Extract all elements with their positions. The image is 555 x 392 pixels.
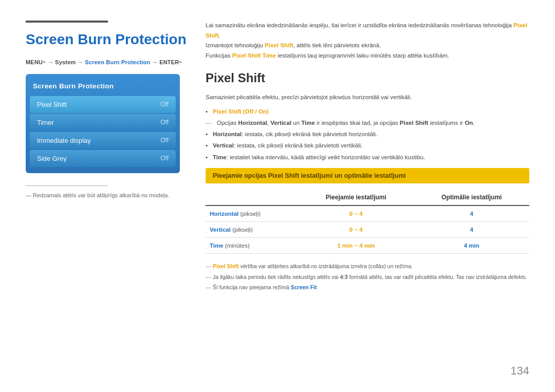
menu-item-label: Immediate display: [37, 137, 91, 144]
yellow-banner: Pieejamie opcijas Pixel Shift iestatījum…: [206, 168, 529, 183]
row-optimal-vertical: 4: [414, 221, 529, 237]
menu-item-immediate-display[interactable]: Immediate display Off: [30, 132, 176, 149]
menu-item-value: Off: [160, 101, 169, 108]
menu-item-label: Pixel Shift: [37, 101, 67, 108]
intro-line-1: Lai samazinātu ekrāna iededzināšanās ies…: [206, 21, 529, 41]
menu-panel: Screen Burn Protection Pixel Shift Off T…: [26, 74, 180, 173]
page-number: 134: [510, 364, 529, 378]
row-available-horizontal: 0 ~ 4: [298, 206, 414, 222]
bottom-notes: Pixel Shift vērtība var atšķirties atkar…: [206, 262, 529, 292]
table-row-time: Time (minūtes) 1 min ~ 4 min 4 min: [206, 237, 529, 253]
menu-panel-title: Screen Burn Protection: [26, 80, 180, 95]
pixel-shift-time-highlight: Pixel Shift Time: [232, 52, 276, 59]
menu-highlight: Screen Burn Protection: [85, 59, 150, 65]
col-header-available: Pieejamie iestatījumi: [298, 191, 414, 206]
bullet-time: Time: iestatiet laika intervālu, kādā at…: [206, 153, 529, 162]
menu-item-pixel-shift[interactable]: Pixel Shift Off: [30, 96, 176, 113]
row-available-time: 1 min ~ 4 min: [298, 237, 414, 253]
row-label-horizontal: Horizontal (pikseļi): [206, 206, 298, 222]
menu-item-side-grey[interactable]: Side Grey Off: [30, 150, 176, 167]
pixel-shift-highlight: Pixel Shift: [206, 22, 527, 39]
row-available-vertical: 0 ~ 4: [298, 221, 414, 237]
menu-item-timer[interactable]: Timer Off: [30, 114, 176, 131]
section-title: Pixel Shift: [206, 71, 529, 85]
note-text: — Redzamais attēls var būt atšķirīgs atk…: [26, 192, 190, 198]
menu-item-value: Off: [160, 119, 169, 126]
col-header-optimal: Optimālie iestatījumi: [414, 191, 529, 206]
menu-item-label: Side Grey: [37, 155, 67, 162]
pixel-shift-bullet-highlight: Pixel Shift (Off / On): [213, 108, 269, 115]
bottom-note-2: Ja ilgāku laika periodu tiek rādīts neku…: [206, 273, 529, 282]
row-optimal-time: 4 min: [414, 237, 529, 253]
page-title: Screen Burn Protection: [26, 32, 190, 48]
table-row-vertical: Vertical (pikseļi) 0 ~ 4 4: [206, 221, 529, 237]
menu-icon: MENU⁃: [26, 59, 46, 65]
bullet-horizontal: Horizontal: iestata, cik pikseļi ekrānā …: [206, 130, 529, 139]
bullet-vertical: Vertical: iestata, cik pikseļi ekrānā ti…: [206, 141, 529, 150]
settings-table: Pieejamie iestatījumi Optimālie iestatīj…: [206, 191, 529, 254]
row-label-vertical: Vertical (pikseļi): [206, 221, 298, 237]
section-desc: Samaziniet pēcattēla efektu, precīzi pār…: [206, 92, 529, 102]
table-row-horizontal: Horizontal (pikseļi) 0 ~ 4 4: [206, 206, 529, 222]
bottom-note-3: Šī funkcija nav pieejama režīmā Screen F…: [206, 283, 529, 292]
menu-path: MENU⁃ → System → Screen Burn Protection …: [26, 59, 190, 66]
accent-bar: [26, 21, 108, 23]
row-optimal-horizontal: 4: [414, 206, 529, 222]
note-divider: [26, 185, 108, 186]
pixel-shift-highlight2: Pixel Shift: [265, 42, 293, 48]
menu-item-value: Off: [160, 137, 169, 144]
menu-item-label: Timer: [37, 119, 54, 126]
sub-bullet-options: Opcijas Horizontal, Vertical un Time ir …: [206, 119, 529, 127]
row-label-time: Time (minūtes): [206, 237, 298, 253]
bullet-list: Pixel Shift (Off / On) Opcijas Horizonta…: [206, 107, 529, 162]
intro-line-3: Funkcijas Pixel Shift Time iestatījums ļ…: [206, 51, 529, 61]
intro-line-2: Izmantojot tehnoloģiju Pixel Shift, attē…: [206, 41, 529, 51]
menu-item-value: Off: [160, 155, 169, 162]
bottom-note-1: Pixel Shift vērtība var atšķirties atkar…: [206, 262, 529, 271]
bullet-pixel-shift: Pixel Shift (Off / On): [206, 107, 529, 116]
left-column: Screen Burn Protection MENU⁃ → System → …: [26, 21, 190, 198]
right-column: Lai samazinātu ekrāna iededzināšanās ies…: [206, 21, 529, 294]
page-container: Screen Burn Protection MENU⁃ → System → …: [0, 0, 555, 392]
intro-text: Lai samazinātu ekrāna iededzināšanās ies…: [206, 21, 529, 61]
col-header-label: [206, 191, 298, 206]
